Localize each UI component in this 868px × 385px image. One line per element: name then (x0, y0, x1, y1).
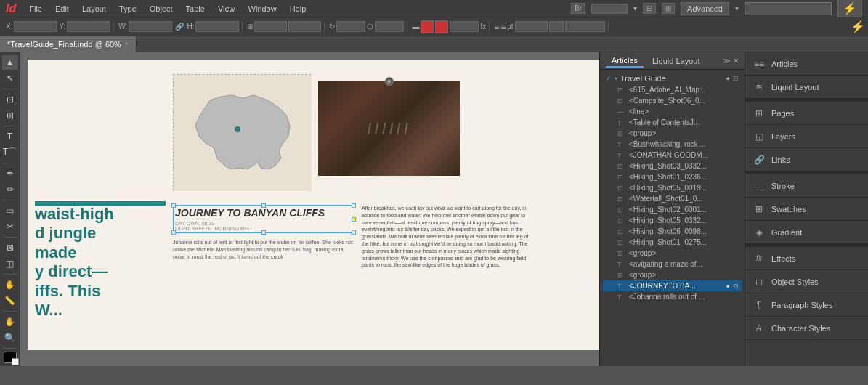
scissors-tool[interactable]: ✂ (2, 219, 18, 234)
tree-item[interactable]: T<Table of ContentsJ... (603, 117, 742, 128)
tree-item-options-icon[interactable]: ⊟ (733, 283, 739, 290)
tree-item[interactable]: ⊡<Hiking_Shot03_0332... (603, 161, 742, 171)
menu-object[interactable]: Object (144, 3, 179, 15)
panel-item-object-styles[interactable]: ◻ Object Styles (745, 270, 868, 293)
workspace-dropdown[interactable]: ▾ (735, 4, 739, 12)
h-input[interactable]: 61.2 px (195, 21, 239, 32)
x-input[interactable]: 684 px (14, 21, 57, 32)
tree-item[interactable]: T<JONATHAN GOODM... (603, 150, 742, 161)
liquid-layout-tab[interactable]: Liquid Layout (646, 55, 705, 67)
search-input[interactable] (745, 2, 832, 15)
link-proportions-icon[interactable]: 🔗 (174, 23, 185, 31)
tree-item[interactable]: T<JOURNEYTO BA...●⊟ (603, 280, 742, 291)
scale-x-input[interactable]: 100% (254, 21, 287, 32)
tree-item[interactable]: ⊡<Hiking_Shot02_0001... (603, 204, 742, 215)
align-center-icon[interactable]: ≡ (500, 22, 506, 32)
tree-item[interactable]: ⊡<Hiking_Shot05_0019... (603, 182, 742, 193)
page-tool[interactable]: ⊡ (2, 92, 18, 107)
journey-title-frame[interactable]: JOURNEY TO BANYAN CLIFFS DAY OWN, 08:30 … (173, 205, 354, 233)
color-picker-tool[interactable]: ✋ (2, 277, 18, 292)
rectangle-tool[interactable]: ▭ (2, 203, 18, 218)
tree-item[interactable]: T<Bushwhacking, rock ... (603, 139, 742, 150)
view-btn[interactable]: ⊞ (662, 3, 675, 14)
free-transform-tool[interactable]: ⊠ (2, 240, 18, 255)
tree-item[interactable]: ⊡<Waterfall_Shot01_0... (603, 193, 742, 204)
bridge-btn[interactable]: Br (571, 3, 585, 14)
tab-close-btn[interactable]: × (124, 40, 129, 48)
points-input[interactable]: 12 pt (515, 21, 548, 32)
size-input[interactable]: 11.806 (565, 21, 605, 32)
type-tool[interactable]: T (2, 129, 18, 144)
column-input[interactable]: 1 (549, 21, 564, 32)
expand-arrow[interactable]: ▾ (615, 76, 617, 82)
tree-item[interactable]: ⊡<Hiking_Shot06_0098... (603, 226, 742, 237)
panel-item-layers[interactable]: ◱ Layers (745, 125, 868, 148)
menu-edit[interactable]: Edit (49, 3, 75, 15)
document-tab[interactable]: *TravelGuide_Final.indd @ 60% × (0, 36, 137, 52)
menu-type[interactable]: Type (113, 3, 142, 15)
tree-item[interactable]: —<line> (603, 106, 742, 117)
tree-item[interactable]: ⊡<615_Adobe_AI_Map... (603, 84, 742, 95)
articles-tab[interactable]: Articles (606, 54, 644, 68)
hand-tool[interactable]: ✋ (2, 315, 18, 329)
tree-item[interactable]: T<avigating a maze of... (603, 259, 742, 270)
panel-item-paragraph-styles[interactable]: ¶ Paragraph Styles (745, 293, 868, 317)
eye-visible-icon[interactable]: ● (726, 75, 730, 82)
measure-tool[interactable]: 📏 (2, 293, 18, 308)
tree-item[interactable]: ⊡<Campsite_Shot06_0... (603, 95, 742, 106)
fx-icon[interactable]: fx (480, 23, 486, 31)
fill-swatch[interactable] (4, 352, 17, 364)
stroke-color-swatch[interactable] (421, 20, 434, 33)
panel-item-gradient[interactable]: ◈ Gradient (745, 221, 868, 244)
panel-item-links[interactable]: 🔗 Links (745, 148, 868, 171)
panel-item-stroke[interactable]: — Stroke (745, 174, 868, 198)
menu-view[interactable]: View (212, 3, 241, 15)
fill-color-swatch[interactable] (435, 20, 448, 33)
type-on-path-tool[interactable]: T⌒ (2, 145, 18, 160)
panel-menu-btn[interactable]: ≫ (723, 57, 730, 65)
panel-item-character-styles[interactable]: A Character Styles (745, 317, 868, 340)
tree-item-visible-icon[interactable]: ● (726, 283, 730, 290)
advanced-workspace-btn[interactable]: Advanced (681, 2, 729, 15)
menu-layout[interactable]: Layout (76, 3, 112, 15)
stroke-weight-input[interactable]: 0 pt (450, 21, 479, 32)
panel-item-liquid-layout[interactable]: ≋ Liquid Layout (745, 76, 868, 99)
tree-item[interactable]: ⊞<group> (603, 270, 742, 280)
menu-window[interactable]: Window (243, 3, 283, 15)
direct-select-tool[interactable]: ↖ (2, 71, 18, 86)
gap-tool[interactable]: ⊞ (2, 108, 18, 123)
align-left-icon[interactable]: ≡ (494, 22, 499, 32)
panel-item-pages[interactable]: ⊞ Pages (745, 102, 868, 125)
panel-item-swatches[interactable]: ⊞ Swatches (745, 198, 868, 221)
menu-table[interactable]: Table (180, 3, 211, 15)
panel-item-articles[interactable]: ≡≡ Articles (745, 52, 868, 76)
w-input[interactable]: 232.44 px (129, 21, 172, 32)
menu-help[interactable]: Help (284, 3, 312, 15)
select-tool[interactable]: ▲ (2, 55, 18, 70)
gradient-tool[interactable]: ◫ (2, 256, 18, 271)
tree-item[interactable]: ⊡<Hiking_Shot01_0236... (603, 171, 742, 182)
tree-item[interactable]: ⊡<Hiking_Shot01_0275... (603, 237, 742, 248)
panel-item-effects[interactable]: fx Effects (745, 247, 868, 270)
shear-input[interactable]: 0° (375, 21, 404, 32)
scale-y-input[interactable]: 100% (288, 21, 321, 32)
y-input[interactable]: 288 px (67, 21, 110, 32)
tree-item[interactable]: ⊡<Hiking_Shot05_0332... (603, 215, 742, 226)
tree-item[interactable]: T<Johanna rolls out of ... (603, 291, 742, 302)
character-styles-icon: A (753, 322, 766, 335)
zoom-dropdown-icon[interactable]: ▾ (633, 4, 637, 12)
tree-item[interactable]: ⊞<group> (603, 248, 742, 259)
tree-root-item[interactable]: ✓ ▾ Travel Guide ● ⊟ (603, 73, 742, 84)
screen-mode-btn[interactable]: ⊟ (643, 3, 656, 14)
flash-tool-icon[interactable]: ⚡ (851, 20, 865, 33)
tree-options-icon[interactable]: ⊟ (733, 75, 739, 82)
zoom-tool[interactable]: 🔍 (2, 331, 18, 345)
zoom-input[interactable]: 60% (591, 4, 628, 14)
pencil-tool[interactable]: ✏ (2, 182, 18, 197)
pen-tool[interactable]: ✒ (2, 166, 18, 181)
menu-file[interactable]: File (23, 3, 48, 15)
angle-input[interactable]: 0° (336, 21, 365, 32)
tree-item[interactable]: ⊞<group> (603, 128, 742, 139)
panel-close-btn[interactable]: ✕ (733, 57, 739, 65)
flash-btn[interactable]: ⚡ (837, 0, 862, 17)
